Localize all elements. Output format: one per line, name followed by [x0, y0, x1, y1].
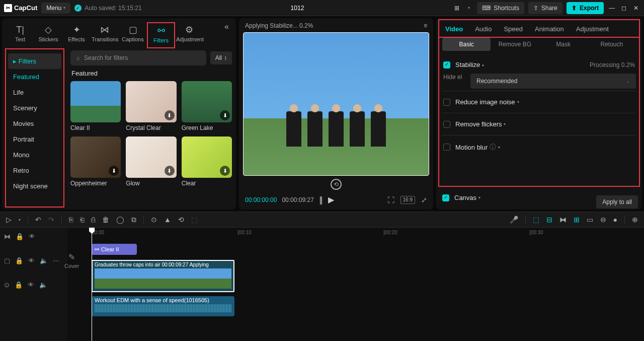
chevron-up-icon[interactable]: ▴	[482, 62, 484, 67]
split-right-icon[interactable]: ⎙	[91, 216, 95, 224]
info-icon[interactable]: ⓘ	[490, 143, 496, 152]
delete-icon[interactable]: 🗑	[102, 216, 109, 224]
zoom-fit-icon[interactable]: ⊕	[632, 216, 638, 224]
crop-icon[interactable]: ⬚	[191, 216, 198, 224]
preview-icon[interactable]: ▭	[587, 216, 593, 224]
playhead[interactable]	[92, 228, 92, 341]
lock-track-icon[interactable]: 🔒	[16, 233, 24, 240]
scale-fit-icon[interactable]: ⛶	[387, 196, 394, 204]
tab-captions[interactable]: ▢Captions	[119, 22, 147, 46]
search-input[interactable]: ⌕ Search for filters	[70, 50, 206, 65]
download-icon[interactable]: ⬇	[220, 110, 230, 120]
tab-adjustment[interactable]: ⚙Adjustment	[175, 22, 203, 46]
chevron-down-icon[interactable]: ▾	[504, 122, 506, 126]
select-tool-icon[interactable]: ▷	[6, 216, 12, 224]
filter-clip[interactable]: ⚯Clear II	[92, 244, 137, 255]
play-icon[interactable]: ▶	[328, 195, 334, 204]
shortcuts-button[interactable]: ⌨Shortcuts	[477, 2, 524, 14]
filter-card[interactable]: Clear II	[70, 81, 121, 131]
tab-video[interactable]: Video	[445, 25, 463, 33]
filter-card[interactable]: ⬇Green Lake	[182, 81, 232, 131]
sidebar-item-life[interactable]: Life	[6, 85, 63, 100]
speed-icon[interactable]: ⊙	[151, 216, 157, 224]
copy-icon[interactable]: ⧉	[131, 216, 136, 224]
eye-track-icon[interactable]: 👁	[28, 257, 35, 264]
layout-icon[interactable]: ⊞	[453, 4, 461, 12]
subtab-removebg[interactable]: Remove BG	[491, 38, 539, 51]
sidebar-item-portrait[interactable]: Portrait	[6, 131, 63, 147]
magnet-icon[interactable]: ⬚	[533, 216, 539, 224]
mic-icon[interactable]: 🎤	[510, 216, 518, 224]
menu-button[interactable]: Menu▾	[41, 3, 70, 14]
sidebar-item-scenery[interactable]: Scenery	[6, 100, 63, 116]
audio-clip[interactable]: Workout EDM with a sense of speed(101650…	[92, 296, 234, 316]
canvas-checkbox[interactable]	[442, 194, 449, 201]
sidebar-item-mono[interactable]: Mono	[6, 147, 63, 163]
flickers-checkbox[interactable]	[443, 121, 450, 128]
tab-transitions[interactable]: ⋈Transitions	[91, 22, 119, 46]
chain-icon[interactable]: ⧓	[559, 216, 567, 224]
download-icon[interactable]: ⬇	[109, 166, 119, 176]
download-icon[interactable]: ⬇	[165, 110, 175, 120]
apply-to-all-button[interactable]: Apply to all	[596, 195, 638, 209]
timeline-ruler[interactable]: 00:00 |00:10 |00:20 |00:30	[92, 228, 644, 240]
more-track-icon[interactable]: ⋯	[53, 257, 59, 264]
sidebar-item-night[interactable]: Night scene	[6, 178, 63, 194]
eye-track-icon[interactable]: 👁	[29, 233, 35, 240]
tab-stickers[interactable]: ◇Stickers	[34, 22, 62, 46]
lock-track-icon[interactable]: 🔒	[15, 257, 23, 264]
close-icon[interactable]: ✕	[632, 4, 640, 12]
filter-all-button[interactable]: All ↕	[210, 51, 232, 64]
sidebar-item-movies[interactable]: Movies	[6, 116, 63, 131]
minimize-icon[interactable]: ―	[608, 4, 616, 12]
sidebar-item-featured[interactable]: Featured	[6, 69, 63, 85]
layout-chevron-icon[interactable]: ▾	[465, 4, 473, 12]
aspect-ratio-badge[interactable]: 16:9	[400, 196, 415, 204]
tab-effects[interactable]: ✦Effects	[62, 22, 91, 46]
sidebar-header-filters[interactable]: ▸ Filters	[8, 53, 61, 69]
tab-filters[interactable]: ⚯Filters	[147, 22, 175, 48]
snap-icon[interactable]: ⊞	[574, 216, 580, 224]
undo-icon[interactable]: ↶	[35, 216, 41, 224]
mirror-icon[interactable]: ▲	[164, 216, 171, 224]
link-icon[interactable]: ⊟	[546, 216, 552, 224]
tab-text[interactable]: T|Text	[6, 22, 34, 46]
zoom-slider-icon[interactable]: ●	[613, 216, 617, 224]
filter-card[interactable]: ⬇Clear	[182, 137, 232, 187]
stabilize-mode-dropdown[interactable]: Recommended⌄	[470, 74, 636, 89]
eye-track-icon[interactable]: 👁	[28, 281, 34, 289]
preview-menu-icon[interactable]: ≡	[424, 22, 427, 29]
chevron-down-icon[interactable]: ▾	[478, 195, 480, 200]
stabilize-checkbox[interactable]	[443, 61, 450, 69]
download-icon[interactable]: ⬇	[220, 166, 230, 176]
sync-icon[interactable]: ⟲	[331, 179, 342, 190]
chevron-down-icon[interactable]: ▾	[517, 100, 519, 104]
link-track-icon[interactable]: ⧓	[4, 233, 11, 240]
redo-icon[interactable]: ↷	[48, 216, 54, 224]
export-button[interactable]: ⬆Export	[567, 2, 604, 14]
video-clip[interactable]: Graduates throw caps into air 00:00:09:2…	[92, 260, 234, 292]
audio-track-icon[interactable]: ⊙	[4, 281, 10, 289]
video-track-icon[interactable]: ▢	[4, 257, 10, 264]
subtab-basic[interactable]: Basic	[442, 38, 491, 51]
lock-track-icon[interactable]: 🔒	[15, 281, 23, 289]
blur-checkbox[interactable]	[443, 144, 450, 151]
sidebar-item-retro[interactable]: Retro	[6, 163, 63, 178]
noise-checkbox[interactable]	[443, 99, 450, 106]
collapse-tabs-icon[interactable]: «	[221, 22, 232, 31]
select-chevron-icon[interactable]: ▾	[19, 218, 21, 222]
tab-animation[interactable]: Animation	[535, 25, 564, 33]
mute-track-icon[interactable]: 🔈	[40, 257, 48, 264]
fullscreen-icon[interactable]: ⤢	[421, 196, 427, 204]
mark-icon[interactable]: ◯	[116, 216, 124, 224]
download-icon[interactable]: ⬇	[165, 166, 175, 176]
tab-audio[interactable]: Audio	[475, 25, 492, 33]
split-left-icon[interactable]: ⎗	[80, 216, 84, 224]
filter-card[interactable]: ⬇Crystal Clear	[126, 81, 176, 131]
maximize-icon[interactable]: ◻	[620, 4, 628, 12]
mute-track-icon[interactable]: 🔈	[39, 281, 47, 289]
subtab-mask[interactable]: Mask	[539, 38, 588, 51]
chevron-down-icon[interactable]: ▾	[498, 145, 500, 150]
preview-viewport[interactable]	[243, 32, 429, 176]
filter-card[interactable]: ⬇Glow	[126, 137, 176, 187]
